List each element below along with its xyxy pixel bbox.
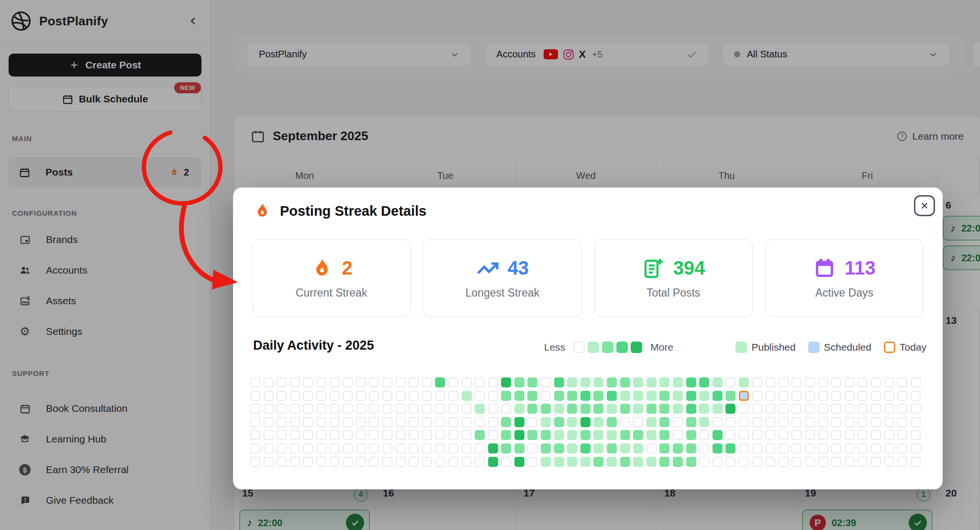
heatmap-cell[interactable] bbox=[897, 443, 907, 453]
heatmap-cell[interactable] bbox=[871, 443, 881, 453]
heatmap-cell[interactable] bbox=[673, 377, 683, 387]
heatmap-cell[interactable] bbox=[858, 443, 868, 453]
heatmap-cell[interactable] bbox=[884, 430, 894, 440]
heatmap-cell[interactable] bbox=[673, 404, 683, 414]
heatmap-cell[interactable] bbox=[858, 377, 868, 387]
heatmap-cell[interactable] bbox=[580, 457, 590, 467]
heatmap-cell[interactable] bbox=[448, 457, 458, 467]
heatmap-cell[interactable] bbox=[805, 430, 815, 440]
heatmap-cell[interactable] bbox=[699, 443, 709, 453]
heatmap-cell[interactable] bbox=[779, 404, 789, 414]
heatmap-cell[interactable] bbox=[250, 430, 260, 440]
heatmap-cell[interactable] bbox=[290, 457, 300, 467]
heatmap-cell[interactable] bbox=[303, 430, 313, 440]
heatmap-cell[interactable] bbox=[448, 404, 458, 414]
heatmap-cell[interactable] bbox=[264, 417, 274, 427]
heatmap-cell[interactable] bbox=[607, 417, 617, 427]
heatmap-cell[interactable] bbox=[791, 417, 802, 427]
heatmap-cell[interactable] bbox=[779, 443, 789, 453]
heatmap-cell[interactable] bbox=[343, 457, 353, 467]
heatmap-cell[interactable] bbox=[818, 391, 828, 401]
heatmap-cell[interactable] bbox=[369, 404, 379, 414]
heatmap-cell[interactable] bbox=[462, 430, 472, 440]
heatmap-cell[interactable] bbox=[488, 417, 498, 427]
heatmap-cell[interactable] bbox=[264, 443, 274, 453]
heatmap-cell[interactable] bbox=[659, 443, 669, 453]
heatmap-cell[interactable] bbox=[858, 417, 868, 427]
heatmap-cell[interactable] bbox=[659, 391, 669, 401]
heatmap-cell[interactable] bbox=[250, 417, 260, 427]
heatmap-cell[interactable] bbox=[593, 443, 603, 453]
heatmap-cell[interactable] bbox=[290, 391, 300, 401]
heatmap-cell[interactable] bbox=[897, 404, 907, 414]
heatmap-cell[interactable] bbox=[250, 457, 260, 467]
heatmap-cell[interactable] bbox=[752, 430, 762, 440]
close-button[interactable] bbox=[914, 195, 935, 216]
heatmap-cell[interactable] bbox=[713, 377, 723, 387]
heatmap-cell[interactable] bbox=[501, 443, 511, 453]
heatmap-cell[interactable] bbox=[303, 457, 313, 467]
heatmap-cell[interactable] bbox=[845, 443, 855, 453]
heatmap-cell[interactable] bbox=[554, 417, 564, 427]
heatmap-cell[interactable] bbox=[646, 443, 657, 453]
heatmap-cell[interactable] bbox=[567, 430, 577, 440]
heatmap-cell[interactable] bbox=[871, 404, 881, 414]
heatmap-cell[interactable] bbox=[422, 443, 432, 453]
heatmap-cell[interactable] bbox=[713, 430, 723, 440]
heatmap-cell[interactable] bbox=[356, 430, 366, 440]
heatmap-cell[interactable] bbox=[514, 443, 524, 453]
heatmap-cell[interactable] bbox=[699, 404, 709, 414]
heatmap-cell[interactable] bbox=[818, 417, 828, 427]
heatmap-cell[interactable] bbox=[488, 443, 498, 453]
heatmap-cell[interactable] bbox=[911, 430, 921, 440]
heatmap-cell[interactable] bbox=[620, 404, 630, 414]
heatmap-cell[interactable] bbox=[396, 391, 406, 401]
heatmap-cell[interactable] bbox=[290, 443, 300, 453]
heatmap-cell[interactable] bbox=[316, 443, 326, 453]
heatmap-cell[interactable] bbox=[607, 391, 617, 401]
heatmap-cell[interactable] bbox=[620, 391, 630, 401]
heatmap-cell[interactable] bbox=[897, 417, 907, 427]
heatmap-cell[interactable] bbox=[805, 391, 815, 401]
heatmap-cell[interactable] bbox=[422, 417, 432, 427]
heatmap-cell[interactable] bbox=[514, 417, 524, 427]
heatmap-cell[interactable] bbox=[343, 417, 353, 427]
heatmap-cell[interactable] bbox=[527, 417, 537, 427]
heatmap-cell[interactable] bbox=[343, 404, 353, 414]
heatmap-cell[interactable] bbox=[303, 443, 313, 453]
heatmap-cell[interactable] bbox=[699, 377, 709, 387]
heatmap-cell[interactable] bbox=[791, 430, 802, 440]
heatmap-cell[interactable] bbox=[725, 391, 735, 401]
heatmap-cell[interactable] bbox=[369, 391, 379, 401]
heatmap-cell[interactable] bbox=[448, 391, 458, 401]
heatmap-cell[interactable] bbox=[911, 417, 921, 427]
heatmap-cell[interactable] bbox=[475, 457, 485, 467]
heatmap-cell[interactable] bbox=[620, 443, 630, 453]
heatmap-cell[interactable] bbox=[448, 430, 458, 440]
heatmap-cell[interactable] bbox=[501, 404, 511, 414]
heatmap-cell[interactable] bbox=[501, 377, 511, 387]
heatmap-cell[interactable] bbox=[752, 457, 762, 467]
heatmap-cell[interactable] bbox=[884, 417, 894, 427]
heatmap-cell[interactable] bbox=[369, 457, 379, 467]
heatmap-cell[interactable] bbox=[752, 417, 762, 427]
heatmap-cell[interactable] bbox=[316, 377, 326, 387]
heatmap-cell[interactable] bbox=[831, 430, 841, 440]
heatmap-cell[interactable] bbox=[686, 457, 696, 467]
heatmap-cell[interactable] bbox=[488, 391, 498, 401]
heatmap-cell[interactable] bbox=[277, 377, 287, 387]
heatmap-cell[interactable] bbox=[713, 417, 723, 427]
heatmap-cell[interactable] bbox=[250, 404, 260, 414]
heatmap-cell[interactable] bbox=[911, 457, 921, 467]
heatmap-cell[interactable] bbox=[739, 391, 749, 401]
heatmap-cell[interactable] bbox=[713, 443, 723, 453]
heatmap-cell[interactable] bbox=[303, 417, 313, 427]
heatmap-cell[interactable] bbox=[567, 404, 577, 414]
heatmap-cell[interactable] bbox=[739, 457, 749, 467]
heatmap-cell[interactable] bbox=[897, 391, 907, 401]
heatmap-cell[interactable] bbox=[593, 391, 603, 401]
heatmap-cell[interactable] bbox=[659, 377, 669, 387]
heatmap-cell[interactable] bbox=[871, 457, 881, 467]
heatmap-cell[interactable] bbox=[264, 404, 274, 414]
heatmap-cell[interactable] bbox=[462, 404, 472, 414]
